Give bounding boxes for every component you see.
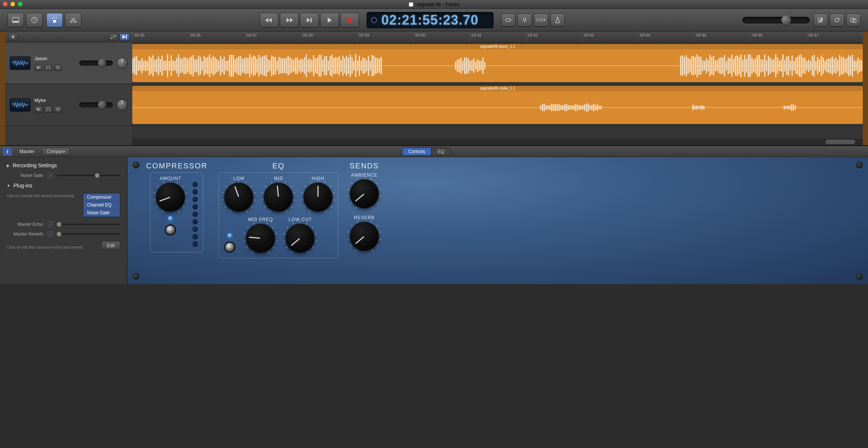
ruler-tick[interactable]: 59:45 — [694, 31, 750, 42]
ruler-tick[interactable]: 59:44 — [638, 31, 694, 42]
plugins-header[interactable]: ▼ Plug-ins — [7, 183, 120, 189]
reverb-knob[interactable] — [350, 222, 379, 251]
noise-gate-slider[interactable] — [57, 175, 120, 176]
track-volume-slider[interactable] — [79, 60, 113, 66]
cycle-button[interactable] — [501, 14, 515, 27]
track-pan-knob[interactable] — [117, 99, 128, 111]
ambience-knob[interactable] — [350, 179, 379, 208]
eq-low-knob[interactable] — [224, 183, 253, 212]
solo-headphones-button[interactable] — [44, 106, 52, 113]
svg-rect-320 — [571, 106, 572, 110]
mute-button[interactable] — [34, 106, 43, 113]
rewind-button[interactable] — [260, 13, 278, 27]
inspector-toggle-button[interactable]: i — [3, 147, 12, 156]
svg-rect-54 — [143, 61, 144, 70]
track-row[interactable]: Myke — [5, 84, 132, 126]
plugin-slot[interactable]: Noise Gate — [83, 209, 120, 217]
record-button[interactable] — [340, 13, 359, 27]
master-volume-thumb[interactable] — [781, 15, 791, 25]
svg-rect-206 — [688, 57, 689, 74]
loop-browser-button[interactable] — [830, 14, 844, 27]
eq-high-knob[interactable] — [303, 183, 333, 212]
ruler-tick[interactable]: 59:41 — [469, 31, 525, 42]
svg-point-4 — [53, 20, 56, 23]
input-monitor-button[interactable] — [54, 64, 62, 71]
forward-button[interactable] — [280, 13, 299, 27]
recording-settings-header[interactable]: ▶ Recording Settings — [7, 162, 120, 168]
track-volume-thumb[interactable] — [98, 101, 106, 109]
region-lane[interactable]: upgrade49-jason_1.1 — [132, 43, 863, 84]
master-reverb-slider-thumb[interactable] — [57, 232, 61, 236]
track-pan-knob[interactable] — [117, 57, 128, 69]
ruler-tick[interactable]: 59:39 — [357, 31, 413, 42]
ruler-tick[interactable]: 59:38 — [301, 31, 357, 42]
track-volume-slider[interactable] — [79, 102, 113, 108]
master-reverb-slider[interactable] — [57, 233, 120, 235]
noise-gate-checkbox[interactable]: ✓ — [48, 173, 53, 178]
go-to-end-button[interactable] — [300, 13, 319, 27]
zoom-window-button[interactable] — [18, 2, 22, 6]
track-row[interactable]: Jason — [5, 43, 132, 84]
svg-rect-79 — [189, 57, 190, 74]
input-monitor-button[interactable] — [54, 106, 62, 113]
master-echo-slider[interactable] — [57, 224, 120, 225]
library-button[interactable] — [7, 13, 24, 27]
eq-tab[interactable]: EQ — [432, 147, 451, 156]
notepad-button[interactable] — [813, 14, 828, 27]
lcd-display[interactable]: 02:21:55:23.70 — [367, 12, 494, 28]
mute-button[interactable] — [34, 64, 43, 71]
svg-point-9 — [74, 21, 76, 22]
svg-marker-33 — [37, 66, 39, 69]
editors-button[interactable] — [65, 13, 81, 27]
timeline-scrollbar-thumb[interactable] — [825, 140, 855, 144]
automation-button[interactable] — [108, 33, 118, 41]
metronome-button[interactable] — [550, 14, 565, 27]
play-button[interactable] — [320, 13, 339, 27]
tracks-area: + Jason — [0, 31, 868, 145]
track-headers: + Jason — [5, 31, 132, 145]
master-echo-checkbox[interactable]: ✓ — [48, 222, 53, 227]
smart-controls-button[interactable] — [46, 13, 63, 27]
ruler-tick[interactable]: 59:43 — [582, 31, 638, 42]
audio-region[interactable]: upgrade49-jason_1.1 — [132, 44, 863, 82]
svg-rect-311 — [555, 104, 556, 111]
track-volume-thumb[interactable] — [98, 59, 106, 67]
audio-region[interactable]: upgrade49-myke_1.1 — [132, 86, 863, 124]
edit-echo-reverb-button[interactable]: Edit — [101, 241, 120, 250]
svg-rect-108 — [242, 59, 243, 73]
add-track-button[interactable]: + — [8, 33, 18, 41]
close-window-button[interactable] — [3, 2, 7, 6]
timeline-ruler[interactable]: 59:3559:3659:3759:3859:3959:4059:4159:42… — [132, 31, 863, 43]
ruler-tick[interactable]: 59:47 — [807, 31, 863, 42]
count-in-button[interactable]: 1234 — [534, 14, 548, 27]
timeline[interactable]: 59:3559:3659:3759:3859:3959:4059:4159:42… — [132, 31, 863, 145]
minimize-window-button[interactable] — [10, 2, 15, 6]
controls-tab[interactable]: Controls — [402, 147, 432, 156]
quick-help-button[interactable]: ? — [26, 13, 43, 27]
eq-midfreq-knob[interactable] — [246, 224, 275, 253]
eq-lowcut-knob[interactable] — [285, 224, 315, 253]
plugin-slot[interactable]: Channel EQ — [83, 201, 120, 209]
ruler-tick[interactable]: 59:42 — [526, 31, 582, 42]
svg-rect-264 — [793, 61, 794, 71]
ruler-tick[interactable]: 59:35 — [132, 31, 188, 42]
ruler-tick[interactable]: 59:46 — [750, 31, 806, 42]
eq-mid-knob[interactable] — [264, 183, 293, 212]
master-echo-slider-thumb[interactable] — [57, 222, 61, 227]
ruler-tick[interactable]: 59:40 — [413, 31, 469, 42]
tuner-button[interactable] — [518, 14, 532, 27]
compressor-amount-knob[interactable] — [156, 183, 185, 212]
solo-headphones-button[interactable] — [44, 64, 52, 71]
timeline-scrollbar[interactable] — [132, 139, 863, 145]
ruler-tick[interactable]: 59:36 — [188, 31, 244, 42]
catch-playhead-button[interactable] — [120, 33, 129, 41]
ruler-tick[interactable]: 59:37 — [245, 31, 301, 42]
compare-button[interactable]: Compare — [42, 147, 70, 156]
media-browser-button[interactable] — [846, 14, 861, 27]
master-reverb-checkbox[interactable]: ✓ — [48, 231, 53, 237]
plugin-slot[interactable]: Compressor — [83, 193, 120, 201]
region-lane[interactable]: upgrade49-myke_1.1 — [132, 84, 863, 126]
preset-name[interactable]: Master — [16, 147, 38, 155]
master-volume-slider[interactable] — [742, 17, 810, 24]
noise-gate-slider-thumb[interactable] — [95, 173, 99, 178]
